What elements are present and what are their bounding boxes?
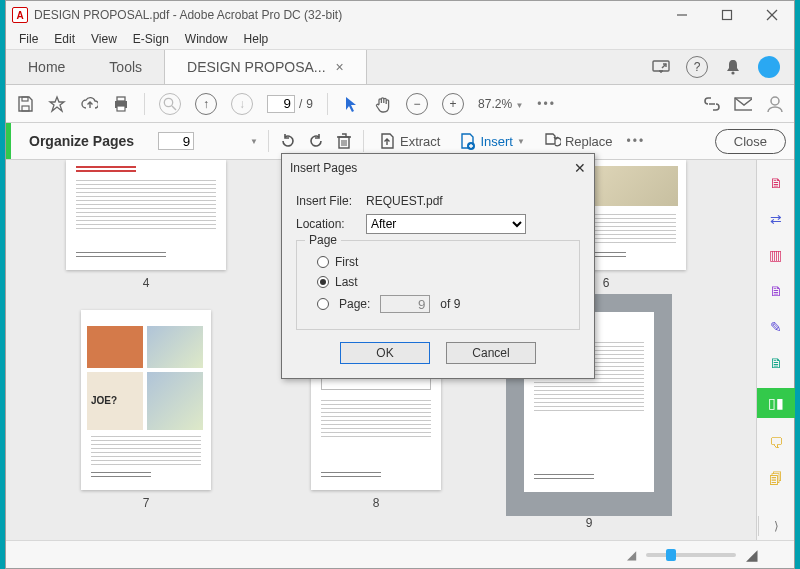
tab-close-icon[interactable]: × [336, 59, 344, 75]
thumbnail-size-slider[interactable] [646, 553, 736, 557]
tabbar: Home Tools DESIGN PROPOSA... × ? [6, 49, 794, 85]
insert-icon [458, 132, 476, 150]
chevron-down-icon[interactable]: ▼ [250, 137, 258, 146]
page-legend: Page [305, 233, 341, 247]
star-icon[interactable] [48, 95, 66, 113]
print-icon[interactable] [112, 95, 130, 113]
rotate-cw-icon[interactable] [307, 132, 325, 150]
combine-icon[interactable]: ▥ [765, 244, 787, 266]
svg-point-6 [731, 71, 734, 74]
insert-label: Insert [480, 134, 513, 149]
note-icon[interactable]: 🗐 [765, 468, 787, 490]
svg-line-13 [172, 106, 176, 110]
tab-document-label: DESIGN PROPOSA... [187, 59, 325, 75]
more-organize-icon[interactable]: ••• [627, 134, 646, 148]
ok-button[interactable]: OK [340, 342, 430, 364]
radio-last-row[interactable]: Last [317, 275, 569, 289]
dialog-title: Insert Pages [290, 161, 357, 175]
people-share-icon[interactable] [766, 95, 784, 113]
radio-first-row[interactable]: First [317, 255, 569, 269]
replace-button[interactable]: Replace [539, 132, 617, 150]
extract-label: Extract [400, 134, 440, 149]
share-screen-icon[interactable] [652, 58, 670, 76]
zoom-out-find-icon[interactable] [159, 93, 181, 115]
small-thumb-icon[interactable]: ◢ [627, 548, 636, 562]
trash-icon[interactable] [335, 132, 353, 150]
tab-document[interactable]: DESIGN PROPOSA... × [164, 50, 367, 84]
organize-page-input[interactable] [158, 132, 194, 150]
menu-help[interactable]: Help [237, 30, 276, 48]
export-pdf-icon[interactable]: ⇄ [765, 208, 787, 230]
dialog-titlebar[interactable]: Insert Pages ✕ [282, 154, 594, 182]
insert-pages-dialog: Insert Pages ✕ Insert File: REQUEST.pdf … [281, 153, 595, 379]
chevron-down-icon: ▼ [515, 101, 523, 110]
account-avatar[interactable] [758, 56, 780, 78]
selection-arrow-icon[interactable] [342, 95, 360, 113]
radio-page-row[interactable]: Page: of 9 [317, 295, 569, 313]
extract-button[interactable]: Extract [374, 132, 444, 150]
thumbnail-7[interactable]: JOE? 7 [81, 310, 211, 510]
zoom-out-icon[interactable]: − [406, 93, 428, 115]
tab-tools[interactable]: Tools [87, 50, 164, 84]
page-number-field[interactable] [380, 295, 430, 313]
cloud-upload-icon[interactable] [80, 95, 98, 113]
menu-file[interactable]: File [12, 30, 45, 48]
page-number-input[interactable] [267, 95, 295, 113]
save-icon[interactable] [16, 95, 34, 113]
more-tools-icon[interactable]: ••• [537, 97, 556, 111]
comment-icon[interactable]: 🗨 [765, 432, 787, 454]
menu-edit[interactable]: Edit [47, 30, 82, 48]
add-page-icon[interactable]: 🗎 [765, 352, 787, 374]
radio-first-label: First [335, 255, 358, 269]
page-number-group: / 9 [267, 95, 313, 113]
radio-page-label: Page: [339, 297, 370, 311]
dialog-close-icon[interactable]: ✕ [574, 160, 586, 176]
large-thumb-icon[interactable]: ◢ [746, 546, 758, 564]
radio-page[interactable] [317, 298, 329, 310]
email-icon[interactable] [734, 95, 752, 113]
radio-first[interactable] [317, 256, 329, 268]
rotate-ccw-icon[interactable] [279, 132, 297, 150]
svg-rect-11 [117, 106, 125, 111]
insert-button[interactable]: Insert ▼ [454, 132, 528, 150]
thumbnail-4[interactable]: 4 [66, 160, 226, 290]
help-icon[interactable]: ? [686, 56, 708, 78]
menubar: File Edit View E-Sign Window Help [6, 29, 794, 49]
hand-pan-icon[interactable] [374, 95, 392, 113]
thumbnail-label: 4 [66, 276, 226, 290]
create-pdf-icon[interactable]: 🗎 [765, 172, 787, 194]
organize-pages-tool-icon[interactable]: ▯▮ [757, 388, 795, 418]
minimize-button[interactable] [659, 1, 704, 29]
thumbnail-label: 7 [81, 496, 211, 510]
insert-file-value: REQUEST.pdf [366, 194, 443, 208]
thumbnail-label: 9 [506, 516, 672, 530]
cancel-button[interactable]: Cancel [446, 342, 536, 364]
menu-window[interactable]: Window [178, 30, 235, 48]
edit-pdf-icon[interactable]: 🗎 [765, 280, 787, 302]
organize-close-button[interactable]: Close [715, 129, 786, 154]
radio-last-label: Last [335, 275, 358, 289]
tab-home[interactable]: Home [6, 50, 87, 84]
location-label: Location: [296, 217, 358, 231]
bell-icon[interactable] [724, 58, 742, 76]
menu-esign[interactable]: E-Sign [126, 30, 176, 48]
location-select[interactable]: After [366, 214, 526, 234]
svg-rect-8 [22, 97, 28, 101]
insert-file-label: Insert File: [296, 194, 358, 208]
radio-last[interactable] [317, 276, 329, 288]
organize-accent [6, 123, 11, 159]
page-up-icon[interactable]: ↑ [195, 93, 217, 115]
zoom-in-icon[interactable]: + [442, 93, 464, 115]
menu-view[interactable]: View [84, 30, 124, 48]
link-share-icon[interactable] [702, 95, 720, 113]
maximize-button[interactable] [704, 1, 749, 29]
close-window-button[interactable] [749, 1, 794, 29]
sign-icon[interactable]: ✎ [765, 316, 787, 338]
page-down-icon[interactable]: ↓ [231, 93, 253, 115]
window-title: DESIGN PROPOSAL.pdf - Adobe Acrobat Pro … [34, 8, 659, 22]
main-toolbar: ↑ ↓ / 9 − + 87.2% ▼ ••• [6, 85, 794, 123]
acrobat-window: A DESIGN PROPOSAL.pdf - Adobe Acrobat Pr… [5, 0, 795, 569]
replace-icon [543, 132, 561, 150]
collapse-right-panel-icon[interactable]: ⟩ [758, 516, 794, 536]
zoom-level[interactable]: 87.2% ▼ [478, 97, 523, 111]
